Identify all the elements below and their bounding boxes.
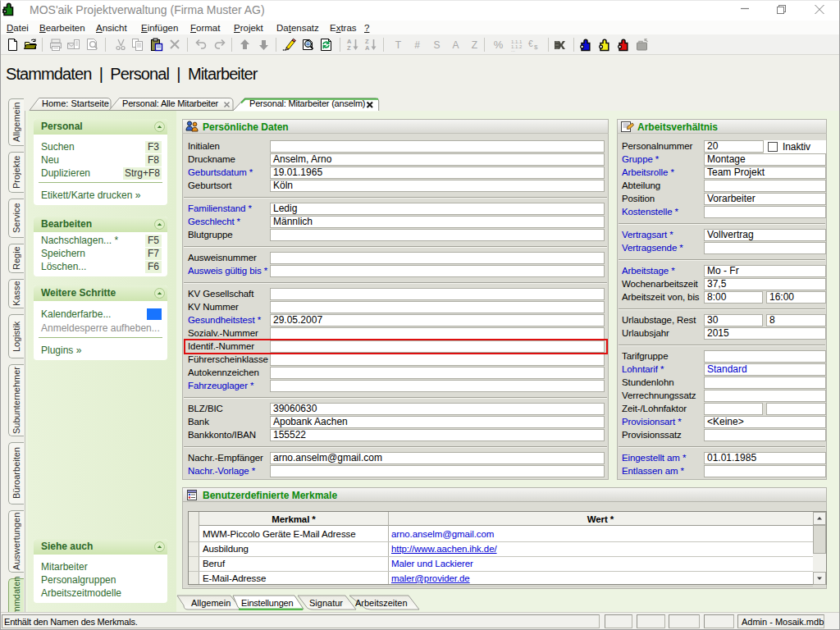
svg-text:Allgemein: Allgemein [191, 598, 231, 608]
svg-text:S: S [433, 39, 440, 51]
svg-text:Einstellungen: Einstellungen [241, 598, 294, 608]
svg-text:%: % [494, 39, 504, 51]
svg-text:T: T [395, 39, 402, 51]
svg-text:Personal: Alle Mitarbeiter: Personal: Alle Mitarbeiter [122, 98, 219, 108]
svg-text:Z: Z [347, 44, 351, 52]
svg-text:Signatur: Signatur [309, 598, 343, 608]
svg-text:...: ... [511, 48, 515, 52]
svg-text:A: A [452, 39, 459, 51]
svg-text:$: $ [534, 43, 538, 51]
svg-text:Arbeitszeiten: Arbeitszeiten [355, 598, 408, 608]
svg-text:Z: Z [472, 39, 477, 51]
svg-text:Home: Startseite: Home: Startseite [42, 98, 109, 108]
svg-text:A: A [365, 44, 370, 52]
svg-text:€: € [528, 39, 533, 48]
svg-text:Personal: Mitarbeiter (anselm): Personal: Mitarbeiter (anselm) [249, 98, 365, 108]
svg-text:#: # [414, 39, 420, 51]
